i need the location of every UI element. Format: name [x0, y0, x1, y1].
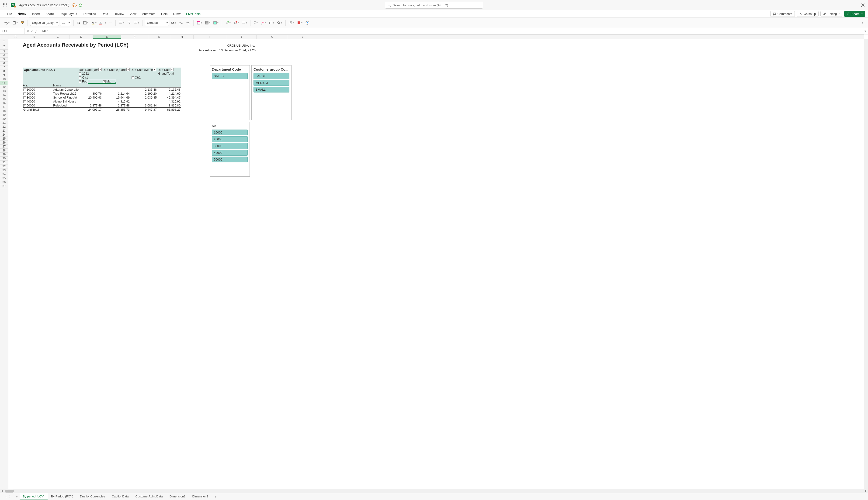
tab-share[interactable]: Share [43, 11, 57, 17]
column-header-F[interactable]: F [121, 35, 148, 39]
copilot-button[interactable] [304, 20, 310, 26]
collapse-icon[interactable]: − [23, 92, 26, 95]
row-header-29[interactable]: 29 [0, 152, 8, 157]
column-header-E[interactable]: E [93, 35, 121, 39]
column-header-K[interactable]: K [257, 35, 287, 39]
tab-data[interactable]: Data [99, 11, 111, 17]
addins-button[interactable]: ▾ [296, 20, 303, 26]
collapse-icon[interactable]: − [79, 72, 81, 75]
row-headers[interactable]: 1234567891011121314151617181920212223242… [0, 39, 8, 489]
tab-review[interactable]: Review [111, 11, 127, 17]
align-button[interactable]: ▾ [118, 20, 125, 26]
tab-file[interactable]: File [4, 11, 15, 17]
quarter-filter-icon[interactable]: ▾ [126, 68, 130, 71]
tab-view[interactable]: View [127, 11, 139, 17]
row-header-3[interactable]: 3 [0, 50, 8, 54]
select-all-corner[interactable] [0, 34, 8, 39]
cells-area[interactable]: Aged Accounts Receivable by Period (LCY)… [8, 39, 864, 489]
slicer-department[interactable]: Department Code SALES [210, 65, 250, 120]
autosave-icon[interactable] [73, 3, 77, 7]
row-header-26[interactable]: 26 [0, 141, 8, 145]
month-filter-icon[interactable]: ▾ [153, 68, 156, 71]
expand-icon[interactable]: + [103, 80, 105, 83]
column-headers[interactable]: ABCDEFGHIJKL [8, 34, 864, 39]
row-header-9[interactable]: 9 [0, 73, 8, 77]
name-box[interactable]: E11 ▾ [0, 28, 25, 34]
slicer-customergroup[interactable]: Customergroup Co... LARGEMEDIUMSMALL [252, 65, 291, 120]
find-button[interactable]: ▾ [276, 20, 283, 26]
currency-button[interactable]: $€▾ [170, 20, 177, 26]
sheet-tab-dimension1[interactable]: Dimension1 [166, 493, 189, 500]
column-header-B[interactable]: B [23, 35, 46, 39]
row-header-11[interactable]: 11 [0, 81, 8, 85]
spreadsheet-grid[interactable]: ABCDEFGHIJKL 123456789101112131415161718… [0, 34, 868, 489]
slicer-no-item-50000[interactable]: 50000 [212, 157, 248, 162]
sheet-tab-by-period-fcy-[interactable]: By Period (FCY) [48, 493, 77, 500]
fill-color-button[interactable]: ▾ [90, 20, 98, 26]
row-header-10[interactable]: 10 [0, 77, 8, 81]
font-family-select[interactable]: Segoe UI (Body) [30, 20, 59, 26]
scroll-left-icon[interactable]: ◀ [1, 489, 3, 492]
slicer-dept-item-sales[interactable]: SALES [212, 73, 248, 79]
column-header-G[interactable]: G [148, 35, 170, 39]
row-header-36[interactable]: 36 [0, 180, 8, 184]
cell-styles-button[interactable]: ▾ [212, 20, 220, 26]
sensitivity-button[interactable]: ▾ [288, 20, 295, 26]
sheet-tab-captiondata[interactable]: CaptionData [109, 493, 132, 500]
formula-input[interactable]: Mar [40, 29, 863, 33]
accept-formula-icon[interactable]: ✓ [31, 29, 33, 33]
row-header-16[interactable]: 16 [0, 101, 8, 105]
row-header-34[interactable]: 34 [0, 172, 8, 177]
sheet-tab-by-period-lcy-[interactable]: By period (LCY) [20, 493, 48, 500]
sheet-tab-dimension2[interactable]: Dimension2 [189, 493, 212, 500]
app-launcher-icon[interactable] [3, 2, 8, 8]
paste-button[interactable]: ▾ [11, 20, 19, 26]
row-header-14[interactable]: 14 [0, 93, 8, 97]
tab-draw[interactable]: Draw [170, 11, 183, 17]
row-header-5[interactable]: 5 [0, 58, 8, 61]
slicer-no-item-30000[interactable]: 30000 [212, 143, 248, 149]
collapse-icon[interactable]: − [23, 89, 26, 91]
font-size-select[interactable]: 10 [60, 20, 71, 26]
ribbon-expand-icon[interactable]: ▾ [860, 20, 865, 26]
search-box[interactable] [385, 2, 483, 9]
tab-page-layout[interactable]: Page Layout [57, 11, 80, 17]
fx-icon[interactable]: fx [35, 29, 37, 33]
number-format-select[interactable]: General [145, 20, 169, 26]
tab-formulas[interactable]: Formulas [80, 11, 99, 17]
slicer-custgrp-item-large[interactable]: LARGE [254, 73, 289, 79]
row-header-15[interactable]: 15 [0, 97, 8, 101]
insert-cells-button[interactable]: +▾ [224, 20, 232, 26]
year-filter-icon[interactable]: ▾ [98, 68, 102, 71]
settings-icon[interactable] [860, 3, 865, 8]
format-cells-button[interactable]: ▾ [241, 20, 248, 26]
row-header-20[interactable]: 20 [0, 117, 8, 121]
add-sheet-button[interactable]: ＋ [212, 493, 220, 500]
row-header-27[interactable]: 27 [0, 145, 8, 149]
format-painter-button[interactable] [20, 20, 25, 26]
due-date-filter-icon[interactable]: ▾ [170, 68, 174, 71]
format-table-button[interactable]: ▾ [204, 20, 211, 26]
slicer-no[interactable]: No. 1000020000300004000050000 [210, 122, 250, 177]
scroll-right-icon[interactable]: ▶ [865, 489, 867, 492]
undo-button[interactable]: ▾ [3, 20, 11, 26]
vertical-scrollbar[interactable] [864, 39, 868, 489]
row-header-18[interactable]: 18 [0, 109, 8, 113]
row-header-1[interactable]: 1 [0, 39, 8, 43]
row-header-37[interactable]: 37 [0, 184, 8, 188]
sync-icon[interactable] [79, 3, 83, 7]
tab-help[interactable]: Help [158, 11, 170, 17]
column-header-H[interactable]: H [170, 35, 193, 39]
row-header-32[interactable]: 32 [0, 164, 8, 169]
row-header-17[interactable]: 17 [0, 105, 8, 109]
row-header-2[interactable]: 2 [0, 43, 8, 50]
row-header-31[interactable]: 31 [0, 160, 8, 164]
column-header-C[interactable]: C [46, 35, 69, 39]
row-header-19[interactable]: 19 [0, 113, 8, 117]
tab-home[interactable]: Home [15, 11, 30, 17]
sheet-tab-due-by-currencies[interactable]: Due by Currencies [77, 493, 109, 500]
collapse-icon[interactable]: − [23, 96, 26, 99]
bold-button[interactable]: B [76, 20, 81, 26]
cancel-formula-icon[interactable]: ✕ [26, 29, 29, 33]
slicer-no-item-10000[interactable]: 10000 [212, 129, 248, 135]
